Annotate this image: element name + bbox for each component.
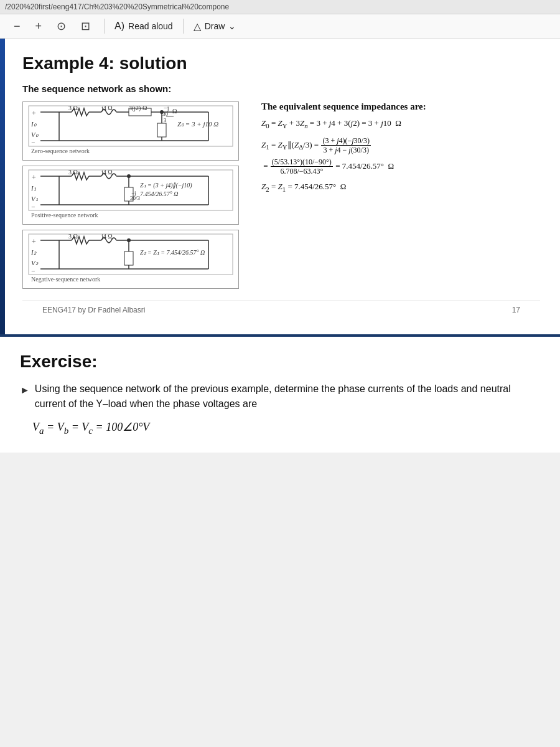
footer-author: EENG417 by Dr Fadhel Albasri bbox=[42, 306, 145, 314]
svg-text:Z₀ = 3 + j10 Ω: Z₀ = 3 + j10 Ω bbox=[177, 120, 218, 128]
page-title: Example 4: solution bbox=[22, 54, 540, 73]
url-bar: /2020%20first/eeng417/Ch%203%20%20Symmet… bbox=[0, 0, 560, 14]
formula-z1-line1: Z1 = ZY∥(ZΔ/3) = (3 + j4)(−j30/3) 3 + j4… bbox=[261, 136, 540, 155]
slide-footer: EENG417 by Dr Fadhel Albasri 17 bbox=[22, 300, 540, 319]
fit-button[interactable]: ⊡ bbox=[77, 18, 94, 34]
url-text: /2020%20first/eeng417/Ch%203%20%20Symmet… bbox=[5, 2, 229, 11]
exercise-body: ► Using the sequence network of the prev… bbox=[20, 382, 540, 438]
slide-content: Example 4: solution The sequence network… bbox=[0, 39, 560, 334]
toolbar-divider-1 bbox=[104, 19, 105, 34]
formula-z2: Z2 = Z1 = 7.454/26.57° Ω bbox=[261, 181, 540, 195]
draw-icon: △ bbox=[194, 21, 201, 32]
svg-text:Ω: Ω bbox=[172, 108, 177, 115]
svg-text:30/3: 30/3 bbox=[130, 195, 141, 201]
chevron-down-icon: ⌄ bbox=[228, 21, 236, 31]
svg-text:Zero-sequence network: Zero-sequence network bbox=[31, 148, 90, 154]
svg-text:−: − bbox=[31, 139, 35, 146]
toolbar-divider-2 bbox=[183, 19, 184, 34]
equiv-right: The equivalent sequence impedances are: … bbox=[251, 101, 540, 294]
formula-z1-line2: = (5/53.13°)(10/−90°) 6.708/−63.43° = 7.… bbox=[261, 157, 540, 176]
svg-text:I₂: I₂ bbox=[30, 248, 37, 256]
exercise-formula: Va = Vb = Vc = 100∠0°V bbox=[32, 419, 540, 438]
formula-z0: Z0 = ZY + 3Zn = 3 + j4 + 3(j2) = 3 + j10… bbox=[261, 117, 540, 131]
negative-sequence-svg: + I₂ V₂ − 3 Ω j4 Ω bbox=[28, 233, 233, 286]
svg-text:Z₁ = (3 + j4)∥(−j10): Z₁ = (3 + j4)∥(−j10) bbox=[140, 182, 192, 189]
exercise-text: Using the sequence network of the previo… bbox=[35, 382, 540, 411]
svg-text:+: + bbox=[32, 237, 36, 246]
exercise-section: Exercise: ► Using the sequence network o… bbox=[0, 334, 560, 453]
svg-text:I₀: I₀ bbox=[30, 120, 37, 128]
zoom-in-button[interactable]: + bbox=[32, 19, 46, 34]
svg-text:+: + bbox=[32, 109, 36, 118]
read-aloud-label: Read aloud bbox=[128, 21, 173, 31]
draw-label: Draw bbox=[205, 21, 225, 31]
svg-text:V₀: V₀ bbox=[31, 131, 39, 138]
svg-text:−: − bbox=[31, 267, 35, 275]
svg-text:Negative-sequence network: Negative-sequence network bbox=[31, 276, 100, 283]
exercise-title: Exercise: bbox=[20, 352, 540, 372]
svg-text:7.454/26.57°  Ω: 7.454/26.57° Ω bbox=[140, 190, 179, 197]
svg-text:3: 3 bbox=[164, 117, 167, 123]
negative-sequence-box: + I₂ V₂ − 3 Ω j4 Ω bbox=[22, 230, 239, 289]
draw-button[interactable]: △ Draw ⌄ bbox=[194, 21, 236, 32]
sequence-subtitle: The sequence network as shown: bbox=[22, 83, 540, 94]
read-aloud-button[interactable]: A) Read aloud bbox=[114, 21, 173, 32]
svg-text:V₂: V₂ bbox=[31, 259, 39, 266]
exercise-bullet: ► Using the sequence network of the prev… bbox=[20, 382, 540, 411]
positive-sequence-svg: + I₁ V₁ − 3 Ω j4 Ω bbox=[28, 169, 233, 222]
positive-sequence-box: + I₁ V₁ − 3 Ω j4 Ω bbox=[22, 166, 239, 225]
svg-text:Positive-sequence network: Positive-sequence network bbox=[31, 212, 98, 218]
svg-text:V₁: V₁ bbox=[31, 195, 38, 202]
svg-text:I₁: I₁ bbox=[30, 184, 36, 192]
zero-sequence-box: + I₀ V₀ − 3 Ω bbox=[22, 101, 239, 161]
svg-text:+: + bbox=[32, 173, 36, 182]
footer-page: 17 bbox=[512, 306, 520, 314]
zero-sequence-svg: + I₀ V₀ − 3 Ω bbox=[28, 105, 233, 157]
svg-text:Z₂ = Z₁ = 7.454/26.57°  Ω: Z₂ = Z₁ = 7.454/26.57° Ω bbox=[140, 249, 205, 256]
bullet-arrow-icon: ► bbox=[20, 383, 30, 411]
equiv-title: The equivalent sequence impedances are: bbox=[261, 101, 540, 112]
zoom-out-button[interactable]: − bbox=[10, 19, 24, 34]
network-area: + I₀ V₀ − 3 Ω bbox=[22, 101, 540, 294]
networks-left: + I₀ V₀ − 3 Ω bbox=[22, 101, 239, 294]
sound-icon: A) bbox=[114, 21, 124, 32]
blue-accent-bar bbox=[0, 39, 5, 334]
zoom-icon-button[interactable]: ⊙ bbox=[53, 18, 70, 34]
toolbar: − + ⊙ ⊡ A) Read aloud △ Draw ⌄ bbox=[0, 14, 560, 39]
equiv-formulas: Z0 = ZY + 3Zn = 3 + j4 + 3(j2) = 3 + j10… bbox=[261, 117, 540, 195]
svg-text:−: − bbox=[31, 203, 35, 210]
